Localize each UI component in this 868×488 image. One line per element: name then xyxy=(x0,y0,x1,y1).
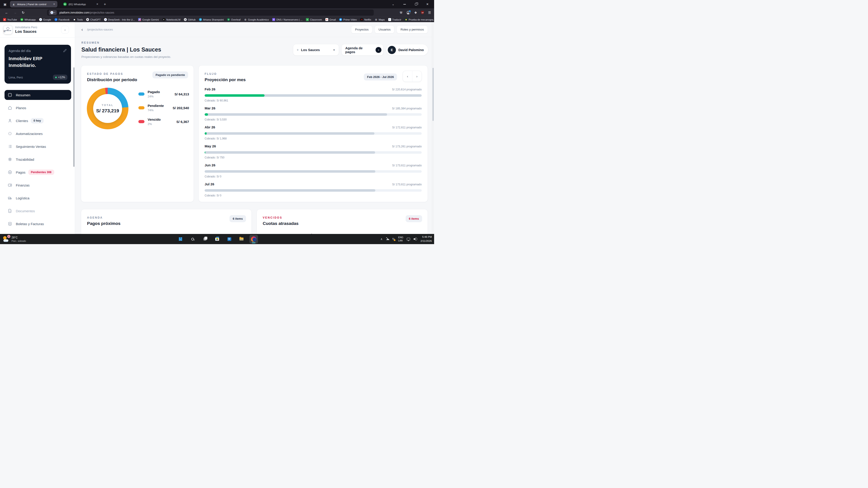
tab-close-icon[interactable]: ✕ xyxy=(96,3,98,6)
sidebar-item-pagos[interactable]: Pagos Pendientes 308 xyxy=(4,167,71,177)
forward-icon[interactable]: → xyxy=(13,11,17,14)
bookmark-chatgpt[interactable]: ✳ChatGPT xyxy=(86,18,101,21)
sidebar-item-resumen[interactable]: Resumen xyxy=(4,90,71,100)
next-month-button[interactable]: › xyxy=(412,71,422,82)
month-bar xyxy=(205,113,422,116)
bookmark-gmail[interactable]: MGmail xyxy=(326,18,336,21)
sidebar-item-automatizaciones[interactable]: Automatizaciones xyxy=(4,129,71,138)
month-bar xyxy=(205,132,422,135)
edit-pencil-icon[interactable] xyxy=(63,48,67,54)
sidebar-item-boletas-facturas[interactable]: Boletas y Facturas xyxy=(4,219,71,229)
facebook-icon: f xyxy=(55,18,57,21)
network-icon[interactable] xyxy=(407,238,410,240)
proyectos-button[interactable]: Proyectos xyxy=(351,26,372,33)
bookmark-gemini[interactable]: ✦Google Gemini xyxy=(138,18,159,21)
wrench-icon[interactable]: ⚒ xyxy=(400,11,402,14)
url-host: platform.inmobidev.com xyxy=(59,11,89,14)
url-bar[interactable]: G ▾ platform.inmobidev.com/projects/los-… xyxy=(47,9,374,15)
microsoft-store-button[interactable] xyxy=(213,235,221,243)
sidebar-item-clientes[interactable]: Clientes 0 hoy xyxy=(4,116,71,126)
sidebar-item-finanzas[interactable]: Finanzas xyxy=(4,180,71,190)
prev-month-button[interactable]: ‹ xyxy=(403,71,412,82)
bookmark-sharepoint[interactable]: sArkana Sharepoint xyxy=(199,18,224,21)
start-button[interactable] xyxy=(176,235,185,243)
weather-widget[interactable]: 1 28°C Parc. soleado xyxy=(0,236,26,242)
tab-title: Arkana | Panel de control xyxy=(17,3,46,6)
plus-icon: + xyxy=(297,48,299,52)
whatsapp-favicon: 81 xyxy=(63,2,67,6)
taskbar-search-button[interactable] xyxy=(188,235,197,243)
menu-hamburger-icon[interactable]: ☰ xyxy=(428,11,431,14)
task-view-button[interactable] xyxy=(200,235,209,243)
sidebar-collapse-button[interactable]: ‹ xyxy=(61,26,69,34)
sidebar-item-seguimiento-ventas[interactable]: Seguimiento Ventas xyxy=(4,141,71,152)
bookmark-tools[interactable]: ▦Tools xyxy=(73,18,83,21)
new-tab-button[interactable]: + xyxy=(104,2,106,6)
chevron-down-icon: ▾ xyxy=(54,11,55,13)
project-selector[interactable]: + Los Sauces ▼ xyxy=(293,44,339,55)
search-engine-chip[interactable]: G ▾ xyxy=(49,10,57,15)
bookmark-overleaf[interactable]: OOverleaf xyxy=(227,18,241,21)
clientes-badge: 0 hoy xyxy=(31,118,44,123)
scrollbar-thumb[interactable] xyxy=(433,68,434,121)
language-indicator[interactable]: ENGLAA xyxy=(398,236,403,242)
tray-chevron-up-icon[interactable]: ∧ xyxy=(380,237,383,241)
roles-permisos-button[interactable]: Roles y permisos xyxy=(397,26,428,33)
google-icon: G xyxy=(51,11,53,14)
page-scrollbar[interactable] xyxy=(432,22,434,234)
back-chevron-icon[interactable]: ‹ xyxy=(82,27,83,32)
profile-icon[interactable] xyxy=(406,11,410,14)
volume-button[interactable] xyxy=(413,237,417,240)
firefox-view-icon[interactable]: ▣ xyxy=(2,2,8,7)
bookmark-whatsapp[interactable]: wWhatsapp xyxy=(20,18,36,21)
outlook-button[interactable]: O xyxy=(225,235,234,243)
bookmark-traducir[interactable]: TTraducir xyxy=(388,18,401,21)
tab-list-chevron-icon[interactable]: ⌄ xyxy=(392,2,394,6)
dashboard-icon xyxy=(8,93,12,97)
agenda-de-pagos-button[interactable]: Agenda de pagos › xyxy=(342,44,383,55)
bookmark-youtube[interactable]: ▶YouTube xyxy=(3,18,17,21)
file-explorer-button[interactable] xyxy=(237,235,246,243)
bookmark-maps[interactable]: ⊕Maps xyxy=(375,18,385,21)
months-list: Feb 26S/ 220,614 programado Cobrado: S/ … xyxy=(205,87,422,201)
tab-whatsapp[interactable]: 81 (81) WhatsApp ✕ xyxy=(61,1,101,7)
items-count-badge: 6 ítems xyxy=(229,215,246,222)
bookmark-github[interactable]: ●GitHub xyxy=(184,18,195,21)
truck-icon xyxy=(8,196,12,200)
tab-arkana[interactable]: ◭ Arkana | Panel de control ✕ xyxy=(10,1,57,7)
onedrive-paused-icon[interactable]: ☁ xyxy=(386,237,389,241)
extensions-icon[interactable]: ❖ xyxy=(414,11,417,14)
restore-button[interactable] xyxy=(415,3,417,5)
bookmark-netflix[interactable]: NNetflix xyxy=(360,18,371,21)
sync-icon[interactable]: ↻ xyxy=(392,237,395,241)
reload-icon[interactable]: ↻ xyxy=(22,11,25,15)
usuarios-button[interactable]: Usuarios xyxy=(375,26,394,33)
minimize-button[interactable] xyxy=(403,4,406,4)
sidebar-item-trazabilidad[interactable]: Trazabilidad xyxy=(4,154,71,164)
bookmark-dns[interactable]: HDNS / Nameservers | ... xyxy=(272,18,303,21)
bookmark-academico[interactable]: ⊕Google Académico xyxy=(244,18,269,21)
ublock-icon[interactable]: uO xyxy=(421,11,424,14)
windows-logo-icon xyxy=(179,237,182,241)
bookmark-prime[interactable]: ▶Prime Video xyxy=(339,18,357,21)
close-window-button[interactable]: ✕ xyxy=(426,2,429,6)
tab-close-icon[interactable]: ✕ xyxy=(53,3,55,6)
notification-dot xyxy=(409,10,411,12)
user-chip[interactable]: E David Palomino xyxy=(386,44,428,55)
bookmark-notebooklm[interactable]: nNotebookLM xyxy=(162,18,180,21)
bookmark-classroom[interactable]: cClassroom xyxy=(306,18,322,21)
flujo-card: FLUJO Proyección por mes Feb 2026 - Jul … xyxy=(198,65,428,202)
firefox-button[interactable] xyxy=(249,235,258,243)
back-icon[interactable]: ← xyxy=(5,11,8,14)
taskbar-clock[interactable]: 5:46 PM 2/11/2026 xyxy=(421,235,432,243)
sidebar-item-logistica[interactable]: Logística xyxy=(4,193,71,203)
store-icon xyxy=(215,237,219,241)
sidebar-scrollbar[interactable] xyxy=(73,67,74,167)
bookmark-deepseek[interactable]: dDeepSeek - Into the U... xyxy=(104,18,135,21)
bookmark-mecanografia[interactable]: ▤Prueba de mecanogra... xyxy=(405,18,434,21)
bookmark-google[interactable]: GGoogle xyxy=(39,18,51,21)
sidebar-item-planos[interactable]: Planos xyxy=(4,103,71,113)
month-row: Abr 26S/ 172,611 programado Cobrado: S/ … xyxy=(205,125,422,144)
sidebar-item-documentos[interactable]: Documentos xyxy=(4,206,71,216)
bookmark-facebook[interactable]: fFacebook xyxy=(55,18,69,21)
